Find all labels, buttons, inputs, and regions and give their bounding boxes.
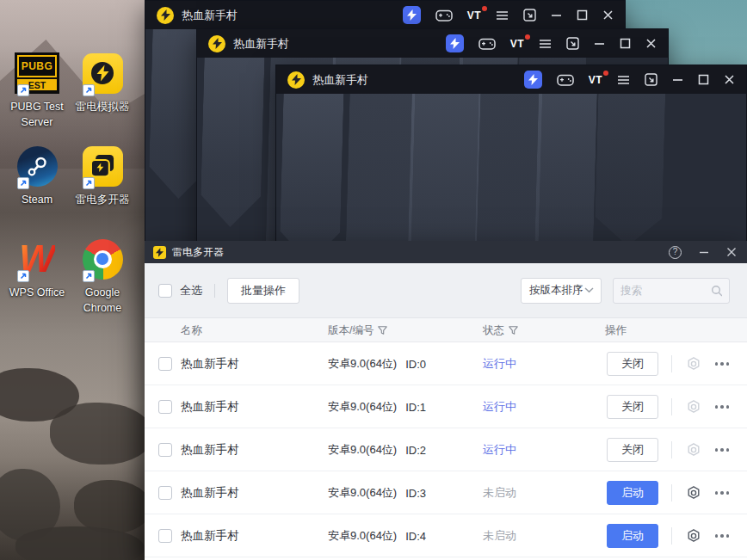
- instance-status: 运行中: [483, 342, 516, 385]
- mini-mode-icon[interactable]: [523, 9, 536, 22]
- row-checkbox[interactable]: [158, 486, 172, 500]
- close-icon[interactable]: [602, 9, 614, 21]
- vt-badge[interactable]: VT: [467, 9, 481, 22]
- instance-row: 热血新手村 安卓9.0(64位)ID:0 运行中 关闭: [145, 342, 747, 385]
- sort-dropdown[interactable]: 按版本排序: [521, 278, 602, 304]
- settings-gear-icon[interactable]: [686, 356, 701, 375]
- boost-icon[interactable]: [524, 71, 542, 89]
- settings-gear-icon[interactable]: [686, 442, 701, 461]
- header-status: 状态: [483, 318, 518, 342]
- settings-gear-icon[interactable]: [686, 528, 701, 547]
- ldplayer-logo-icon: [157, 7, 174, 24]
- search-input[interactable]: [620, 285, 711, 297]
- emulator-titlebar[interactable]: 热血新手村 VT: [197, 29, 668, 58]
- maximize-icon[interactable]: [620, 38, 631, 49]
- row-checkbox[interactable]: [158, 357, 172, 371]
- version-filter-icon[interactable]: [378, 326, 387, 335]
- instance-version: 安卓9.0(64位)ID:2: [328, 428, 426, 471]
- settings-gear-icon[interactable]: [686, 399, 701, 418]
- batch-operation-button[interactable]: 批量操作: [227, 278, 299, 304]
- row-divider: [671, 441, 672, 458]
- close-instance-button[interactable]: 关闭: [607, 438, 658, 462]
- close-icon[interactable]: [726, 247, 737, 257]
- instance-status: 运行中: [483, 385, 516, 428]
- manager-toolbar: 全选 批量操作 按版本排序: [145, 263, 747, 318]
- mini-mode-icon[interactable]: [645, 73, 657, 86]
- instance-name: 热血新手村: [181, 514, 239, 557]
- more-actions-icon[interactable]: [712, 483, 732, 502]
- instance-version: 安卓9.0(64位)ID:0: [328, 342, 426, 385]
- minimize-icon[interactable]: [699, 247, 709, 257]
- minimize-icon[interactable]: [594, 38, 605, 49]
- select-all-checkbox[interactable]: [158, 284, 172, 298]
- start-instance-button[interactable]: 启动: [607, 524, 658, 548]
- ldplayer-logo-icon: [287, 71, 305, 89]
- help-icon[interactable]: ?: [669, 246, 682, 259]
- chevron-down-icon: [584, 287, 594, 293]
- emulator-titlebar[interactable]: 热血新手村 VT: [145, 1, 625, 29]
- instance-name: 热血新手村: [181, 342, 239, 385]
- start-instance-button[interactable]: 启动: [607, 481, 658, 505]
- instance-status: 运行中: [483, 428, 516, 471]
- status-filter-icon[interactable]: [509, 326, 518, 335]
- desktop-icon-ld-multi-opener[interactable]: 雷电多开器: [66, 145, 139, 207]
- instance-version: 安卓9.0(64位)ID:4: [328, 514, 426, 557]
- desktop-icon-google-chrome[interactable]: GoogleChrome: [66, 237, 139, 316]
- header-name: 名称: [181, 318, 202, 342]
- more-actions-icon[interactable]: [712, 354, 732, 373]
- gamepad-icon[interactable]: [478, 37, 496, 50]
- header-version: 版本/编号: [328, 318, 387, 342]
- close-icon[interactable]: [724, 74, 735, 85]
- minimize-icon[interactable]: [551, 9, 562, 21]
- instance-status: 未启动: [483, 514, 516, 557]
- instance-name: 热血新手村: [181, 428, 239, 471]
- table-header: 名称 版本/编号 状态 操作: [145, 318, 747, 342]
- shortcut-arrow-icon: [17, 270, 29, 282]
- close-icon[interactable]: [645, 38, 657, 49]
- more-actions-icon[interactable]: [712, 440, 732, 459]
- maximize-icon[interactable]: [698, 74, 709, 85]
- desktop-icon-ldplayer[interactable]: 雷电模拟器: [66, 52, 139, 114]
- select-all-label: 全选: [180, 283, 202, 298]
- more-actions-icon[interactable]: [712, 397, 732, 416]
- maximize-icon[interactable]: [577, 9, 588, 21]
- close-instance-button[interactable]: 关闭: [607, 352, 658, 376]
- vt-badge[interactable]: VT: [589, 74, 602, 86]
- shortcut-arrow-icon: [83, 270, 95, 282]
- header-action: 操作: [605, 318, 627, 342]
- boost-icon[interactable]: [446, 34, 464, 52]
- search-box[interactable]: [613, 278, 730, 304]
- row-checkbox[interactable]: [158, 529, 172, 543]
- boost-icon[interactable]: [403, 6, 421, 24]
- desktop-icon-label: 雷电模拟器: [66, 99, 139, 114]
- multi-manager-window: 雷电多开器 ? 全选 批量操作 按版本排序: [145, 241, 747, 560]
- desktop-icon-pubg-test-server[interactable]: PUBGEST PUBG TestServer: [1, 52, 73, 130]
- emulator-titlebar[interactable]: 热血新手村 VT: [276, 65, 746, 94]
- mini-mode-icon[interactable]: [566, 37, 579, 50]
- settings-gear-icon[interactable]: [686, 485, 701, 504]
- search-icon: [711, 285, 722, 297]
- more-actions-icon[interactable]: [712, 526, 732, 545]
- menu-icon[interactable]: [617, 75, 630, 85]
- menu-icon[interactable]: [496, 10, 509, 21]
- desktop-icon-label: WPS Office: [1, 285, 73, 300]
- menu-icon[interactable]: [539, 39, 552, 49]
- close-instance-button[interactable]: 关闭: [607, 395, 658, 419]
- desktop-icon-steam[interactable]: Steam: [1, 145, 73, 207]
- instance-name: 热血新手村: [181, 385, 239, 428]
- manager-titlebar[interactable]: 雷电多开器 ?: [145, 241, 747, 263]
- desktop-icon-wps-office[interactable]: W WPS Office: [1, 237, 73, 300]
- app-icon: [153, 246, 166, 259]
- desktop-icon-label: Steam: [1, 192, 73, 207]
- manager-title: 雷电多开器: [172, 245, 224, 260]
- gamepad-icon[interactable]: [435, 9, 453, 22]
- minimize-icon[interactable]: [672, 74, 683, 85]
- instance-name: 热血新手村: [181, 471, 239, 514]
- row-checkbox[interactable]: [158, 400, 172, 414]
- shortcut-arrow-icon: [17, 177, 29, 189]
- emulator-title: 热血新手村: [312, 72, 368, 88]
- notification-dot: [525, 34, 530, 40]
- gamepad-icon[interactable]: [557, 73, 574, 86]
- vt-badge[interactable]: VT: [510, 38, 524, 50]
- row-checkbox[interactable]: [158, 443, 172, 457]
